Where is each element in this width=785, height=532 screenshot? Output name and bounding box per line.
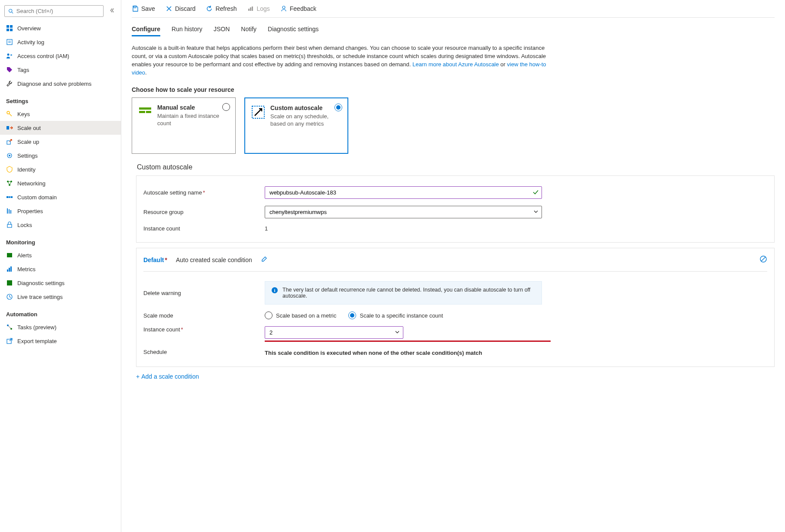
- tab-json[interactable]: JSON: [214, 23, 230, 36]
- properties-icon: [6, 208, 13, 214]
- manual-scale-card[interactable]: Manual scale Maintain a fixed instance c…: [132, 97, 236, 154]
- discard-button[interactable]: Discard: [165, 5, 195, 12]
- search-box[interactable]: [4, 5, 104, 17]
- scale-up-icon: [6, 138, 13, 145]
- tab-diagnostic[interactable]: Diagnostic settings: [268, 23, 319, 36]
- svg-point-16: [9, 155, 10, 156]
- nav-alerts[interactable]: Alerts: [0, 248, 121, 262]
- nav-live-trace[interactable]: Live trace settings: [0, 290, 121, 304]
- nav-section-automation: Automation: [0, 304, 121, 320]
- radio-label: Scale based on a metric: [276, 312, 336, 319]
- diag-icon: [6, 279, 13, 286]
- toolbar-label: Logs: [256, 5, 269, 12]
- nav-label: Properties: [17, 208, 43, 214]
- svg-rect-13: [6, 126, 9, 130]
- learn-more-link[interactable]: Learn more about Azure Autoscale: [412, 61, 499, 68]
- wrench-icon: [6, 80, 13, 87]
- nav-export-template[interactable]: Export template: [0, 334, 121, 348]
- add-scale-condition-link[interactable]: + Add a scale condition: [132, 367, 775, 380]
- delete-condition-icon[interactable]: [759, 255, 767, 264]
- nav-scale-out[interactable]: Scale out: [0, 121, 121, 135]
- nav-label: Custom domain: [17, 194, 57, 201]
- overview-icon: [6, 25, 13, 32]
- tabs: Configure Run history JSON Notify Diagno…: [132, 18, 775, 36]
- link-label: Add a scale condition: [141, 373, 199, 380]
- tab-run-history[interactable]: Run history: [172, 23, 202, 36]
- lock-icon: [6, 221, 13, 228]
- nav-locks[interactable]: Locks: [0, 218, 121, 232]
- save-button[interactable]: Save: [132, 5, 155, 12]
- annotation-underline: [265, 341, 551, 342]
- delete-warning-info: i The very last or default recurrence ru…: [265, 281, 542, 305]
- nav-identity[interactable]: Identity: [0, 162, 121, 176]
- tag-icon: [6, 66, 13, 73]
- nav-label: Scale out: [17, 125, 41, 131]
- custom-autoscale-card[interactable]: Custom autoscale Scale on any schedule, …: [244, 97, 348, 154]
- resource-group-select[interactable]: [265, 206, 542, 218]
- tab-configure[interactable]: Configure: [132, 23, 160, 36]
- edit-icon[interactable]: [261, 256, 268, 264]
- nav-keys[interactable]: Keys: [0, 107, 121, 121]
- scale-metric-radio[interactable]: Scale based on a metric: [265, 311, 336, 319]
- nav-custom-domain[interactable]: Custom domain: [0, 190, 121, 204]
- nav-label: Tags: [17, 67, 29, 73]
- radio-label: Scale to a specific instance count: [360, 312, 443, 319]
- refresh-icon: [206, 5, 213, 12]
- cond-instance-count-select[interactable]: [265, 326, 403, 339]
- autoscale-name-input[interactable]: [265, 186, 542, 199]
- feedback-button[interactable]: Feedback: [280, 5, 316, 12]
- svg-rect-29: [9, 268, 10, 272]
- svg-point-0: [9, 9, 12, 12]
- custom-autoscale-heading: Custom autoscale: [132, 154, 775, 175]
- nav-scale-up[interactable]: Scale up: [0, 135, 121, 149]
- nav-overview[interactable]: Overview: [0, 21, 121, 35]
- svg-line-1: [12, 12, 13, 13]
- sidebar: Overview Activity log Access control (IA…: [0, 0, 121, 532]
- svg-rect-3: [10, 25, 13, 28]
- nav-label: Activity log: [17, 39, 44, 45]
- nav-tags[interactable]: Tags: [0, 63, 121, 77]
- nav-label: Access control (IAM): [17, 53, 69, 59]
- svg-rect-30: [10, 266, 12, 272]
- identity-icon: [6, 166, 13, 173]
- logs-icon: [247, 5, 254, 12]
- alerts-icon: [6, 252, 13, 259]
- nav-settings[interactable]: Settings: [0, 149, 121, 162]
- nav-access-control[interactable]: Access control (IAM): [0, 49, 121, 63]
- nav-label: Settings: [17, 152, 38, 159]
- nav-properties[interactable]: Properties: [0, 204, 121, 218]
- card-subtitle: Scale on any schedule, based on any metr…: [270, 113, 341, 128]
- search-icon: [8, 8, 14, 14]
- svg-rect-37: [134, 6, 136, 8]
- svg-rect-46: [146, 111, 151, 113]
- tab-notify[interactable]: Notify: [241, 23, 256, 36]
- instance-count-value: 1: [265, 225, 268, 232]
- svg-rect-41: [250, 7, 251, 11]
- svg-point-9: [7, 54, 10, 56]
- nav-activity-log[interactable]: Activity log: [0, 35, 121, 49]
- card-title: Manual scale: [157, 104, 229, 111]
- delete-warning-label: Delete warning: [143, 290, 256, 296]
- nav-diagnose[interactable]: Diagnose and solve problems: [0, 77, 121, 91]
- condition-name: Auto created scale condition: [176, 256, 252, 263]
- toolbar: Save Discard Refresh Logs Feedback: [132, 0, 775, 18]
- svg-line-35: [8, 325, 11, 329]
- search-input[interactable]: [16, 8, 100, 14]
- choose-scale-heading: Choose how to scale your resource: [132, 79, 775, 97]
- nav-metrics[interactable]: Metrics: [0, 262, 121, 276]
- nav-label: Alerts: [17, 252, 32, 259]
- nav-label: Tasks (preview): [17, 324, 56, 331]
- scale-fixed-radio[interactable]: Scale to a specific instance count: [348, 311, 443, 319]
- nav-tasks[interactable]: Tasks (preview): [0, 320, 121, 334]
- svg-point-10: [10, 54, 12, 56]
- svg-rect-22: [11, 196, 13, 198]
- card-title: Custom autoscale: [270, 104, 341, 111]
- tasks-icon: [6, 324, 13, 331]
- nav-diag-settings[interactable]: Diagnostic settings: [0, 276, 121, 290]
- refresh-button[interactable]: Refresh: [206, 5, 237, 12]
- main-content: Save Discard Refresh Logs Feedback Confi…: [121, 0, 785, 532]
- svg-rect-2: [6, 25, 9, 28]
- nav-networking[interactable]: Networking: [0, 176, 121, 190]
- collapse-sidebar-icon[interactable]: [107, 6, 117, 16]
- schedule-label: Schedule: [143, 349, 256, 355]
